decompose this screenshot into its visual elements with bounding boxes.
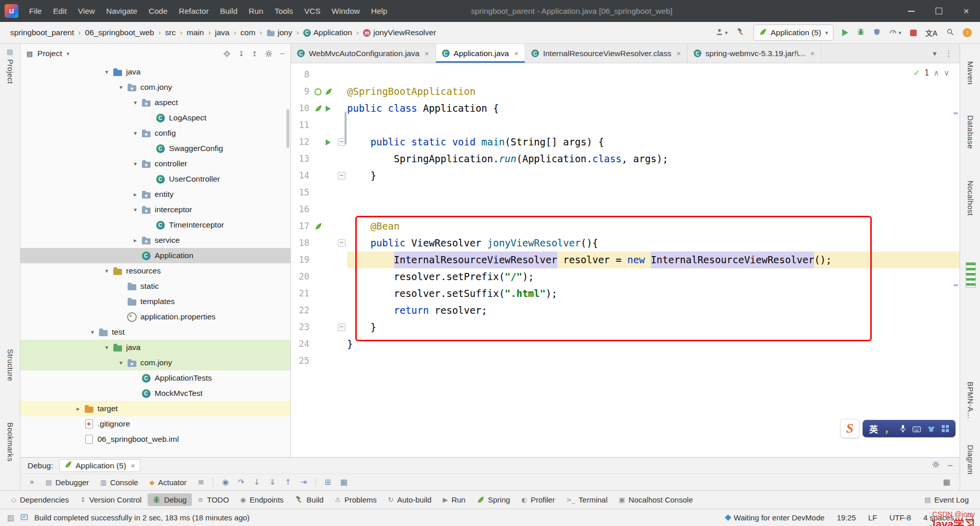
encoding-indicator[interactable]: UTF-8 [889, 513, 911, 522]
tree-item-mockmvctest[interactable]: MockMvcTest [20, 386, 290, 401]
debug-session-tab[interactable]: Application (5) × [59, 459, 140, 472]
toolwindow-button-terminal[interactable]: >_Terminal [561, 493, 612, 506]
debug-tab-actuator[interactable]: ◆Actuator [144, 477, 192, 488]
tree-item-com-jony[interactable]: ▾com.jony [20, 80, 290, 95]
tree-item-entity[interactable]: ▸entity [20, 187, 290, 202]
debug-button[interactable] [857, 28, 865, 37]
menu-item-build[interactable]: Build [214, 0, 243, 22]
inspections-widget[interactable]: ✓ 1 ∧ ∨ [910, 67, 952, 79]
restore-layout-icon[interactable]: ▦ [940, 478, 953, 487]
code-line[interactable]: 9@SpringBootApplication [291, 83, 960, 100]
project-scrollbar[interactable] [286, 109, 289, 148]
code-line[interactable]: 19 InternalResourceViewResolver resolver… [291, 252, 960, 268]
tab-close-icon[interactable]: × [425, 49, 429, 58]
tab-close-icon[interactable]: × [514, 49, 519, 58]
more-options-icon[interactable]: ⋮ [945, 49, 952, 58]
line-ending-indicator[interactable]: LF [868, 513, 877, 522]
tree-item-resources[interactable]: ▾resources [20, 263, 290, 279]
keyboard-icon[interactable] [913, 423, 921, 434]
tool-button-project[interactable]: Project [6, 59, 14, 84]
menu-item-view[interactable]: View [72, 0, 101, 22]
layout-menu-icon[interactable]: ≡ [195, 478, 208, 487]
toolwindow-button-debug[interactable]: Debug [148, 493, 191, 506]
chevron-right-icon[interactable]: ▸ [130, 191, 141, 198]
tree-item-timeinterceptor[interactable]: TimeInterceptor [20, 217, 290, 233]
code-line[interactable]: 10public class Application { [291, 100, 960, 117]
menu-item-navigate[interactable]: Navigate [101, 0, 143, 22]
code-text[interactable] [347, 201, 960, 218]
breadcrumb-item[interactable]: Application [302, 27, 353, 39]
tree-item-06-springboot-web-iml[interactable]: 06_springboot_web.iml [20, 432, 290, 447]
spring-gutter-icon[interactable] [324, 88, 332, 95]
code-line[interactable]: 15 [291, 184, 960, 201]
hidden-tabs-chevron-icon[interactable]: ▾ [933, 49, 937, 58]
spring-gutter-icon[interactable] [314, 222, 322, 230]
code-line[interactable]: 21 resolver.setSuffix(".html"); [291, 285, 960, 302]
fold-marker-icon[interactable]: − [336, 172, 347, 180]
fold-marker-icon[interactable]: − [336, 323, 347, 331]
code-text[interactable]: resolver.setPrefix("/"); [347, 268, 960, 285]
toolwindow-button-build[interactable]: Build [290, 493, 329, 506]
tree-item-com-jony[interactable]: ▾com.jony [20, 355, 290, 370]
fold-marker-icon[interactable]: − [336, 239, 347, 247]
tree-item-aspect[interactable]: ▾aspect [20, 95, 290, 110]
tree-item-config[interactable]: ▾config [20, 126, 290, 141]
tree-item-service[interactable]: ▸service [20, 233, 290, 248]
code-line[interactable]: 11 [291, 117, 960, 134]
menu-item-help[interactable]: Help [365, 0, 393, 22]
jclasslib-tool-icon[interactable] [966, 262, 976, 288]
code-line[interactable]: 13 SpringApplication.run(Application.cla… [291, 151, 960, 167]
hide-panel-icon[interactable]: ─ [280, 50, 284, 58]
indent-indicator[interactable]: 4 spaces [923, 513, 954, 522]
close-button[interactable]: × [952, 0, 980, 22]
menu-item-tools[interactable]: Tools [269, 0, 299, 22]
tree-item-java[interactable]: ▾java [20, 340, 290, 355]
tool-button-database[interactable]: Database [966, 115, 974, 149]
profiler-button[interactable]: ▾ [889, 28, 901, 37]
code-line[interactable]: 17 @Bean [291, 218, 960, 235]
hidden-actions-icon[interactable]: » [27, 478, 37, 487]
code-line[interactable]: 20 resolver.setPrefix("/"); [291, 268, 960, 285]
tree-item-templates[interactable]: templates [20, 294, 290, 309]
code-line[interactable]: 12− public static void main(String[] arg… [291, 134, 960, 151]
error-stripe-mark[interactable] [953, 284, 958, 286]
lock-icon[interactable] [966, 516, 973, 521]
toolwindow-button-profiler[interactable]: ◐Profiler [516, 493, 560, 506]
project-panel-title[interactable]: Project [37, 49, 62, 58]
code-text[interactable]: resolver.setSuffix(".html"); [347, 285, 960, 302]
bean-gutter-icon[interactable] [314, 88, 322, 95]
chevron-down-icon[interactable]: ▾ [115, 359, 127, 366]
toolbox-icon[interactable] [942, 425, 949, 432]
close-icon[interactable]: × [131, 461, 135, 470]
code-line[interactable]: 18− public ViewResolver jonyViewResolver… [291, 235, 960, 252]
toolwindow-button-endpoints[interactable]: ◉Endpoints [235, 493, 289, 506]
code-text[interactable]: } [347, 167, 960, 184]
menu-item-window[interactable]: Window [326, 0, 365, 22]
mic-icon[interactable] [900, 423, 906, 434]
toolwindow-button-problems[interactable]: ⚠Problems [330, 493, 382, 506]
chevron-right-icon[interactable]: ▸ [72, 405, 84, 412]
maximize-button[interactable] [925, 0, 952, 22]
error-stripe-mark[interactable] [953, 112, 958, 114]
tool-button-maven[interactable]: Maven [966, 61, 974, 85]
code-line[interactable]: 23− } [291, 319, 960, 336]
tool-button-nocalhost[interactable]: Nocalhost [966, 181, 974, 216]
show-execution-point-icon[interactable]: ◉ [219, 478, 232, 487]
chevron-down-icon[interactable]: ▾ [130, 99, 141, 106]
chevron-down-icon[interactable]: ▾ [130, 160, 141, 167]
tool-button-bpmn[interactable]: BPMN-A... [966, 382, 974, 419]
code-text[interactable]: @Bean [347, 218, 960, 235]
update-button[interactable]: ↑ [963, 28, 972, 37]
devmode-status[interactable]: Waiting for enter DevMode [726, 513, 825, 522]
editor-tab-internalresourceviewresolver-class[interactable]: InternalResourceViewResolver.class× [525, 44, 688, 63]
chevron-down-icon[interactable]: ▾ [115, 84, 127, 91]
toolwindow-button-todo[interactable]: ≡TODO [193, 493, 234, 506]
toolwindow-button-nocalhost-console[interactable]: ▣Nocalhost Console [614, 493, 698, 506]
menu-item-code[interactable]: Code [143, 0, 173, 22]
chevron-down-icon[interactable]: ▾ [130, 206, 141, 213]
expand-all-icon[interactable]: ↧ [238, 50, 244, 58]
tree-item-application[interactable]: Application [20, 248, 290, 263]
tree-item-controller[interactable]: ▾controller [20, 156, 290, 171]
menu-item-vcs[interactable]: VCS [299, 0, 326, 22]
toolwindow-button-spring[interactable]: Spring [472, 493, 515, 506]
